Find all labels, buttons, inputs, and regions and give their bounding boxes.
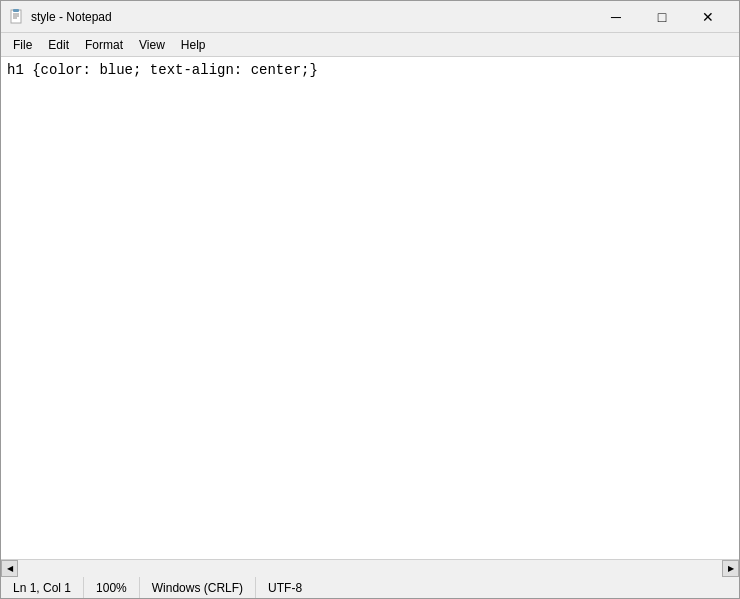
close-button[interactable]: ✕ [685,1,731,33]
menu-bar: File Edit Format View Help [1,33,739,57]
status-encoding: UTF-8 [256,577,314,598]
horizontal-scrollbar: ◀ ▶ [1,559,739,576]
menu-edit[interactable]: Edit [40,34,77,56]
title-bar: style - Notepad ─ □ ✕ [1,1,739,33]
menu-file[interactable]: File [5,34,40,56]
status-line-ending: Windows (CRLF) [140,577,256,598]
status-zoom: 100% [84,577,140,598]
editor-textarea[interactable] [1,57,739,559]
scroll-track[interactable] [18,560,722,577]
scroll-right-btn[interactable]: ▶ [722,560,739,577]
menu-help[interactable]: Help [173,34,214,56]
app-icon [9,9,25,25]
notepad-window: style - Notepad ─ □ ✕ File Edit Format V… [0,0,740,599]
editor-area [1,57,739,559]
window-title: style - Notepad [31,10,593,24]
menu-view[interactable]: View [131,34,173,56]
scroll-left-btn[interactable]: ◀ [1,560,18,577]
minimize-button[interactable]: ─ [593,1,639,33]
maximize-button[interactable]: □ [639,1,685,33]
menu-format[interactable]: Format [77,34,131,56]
window-controls: ─ □ ✕ [593,1,731,33]
status-position: Ln 1, Col 1 [1,577,84,598]
svg-rect-1 [13,9,19,12]
status-bar: Ln 1, Col 1 100% Windows (CRLF) UTF-8 [1,576,739,598]
